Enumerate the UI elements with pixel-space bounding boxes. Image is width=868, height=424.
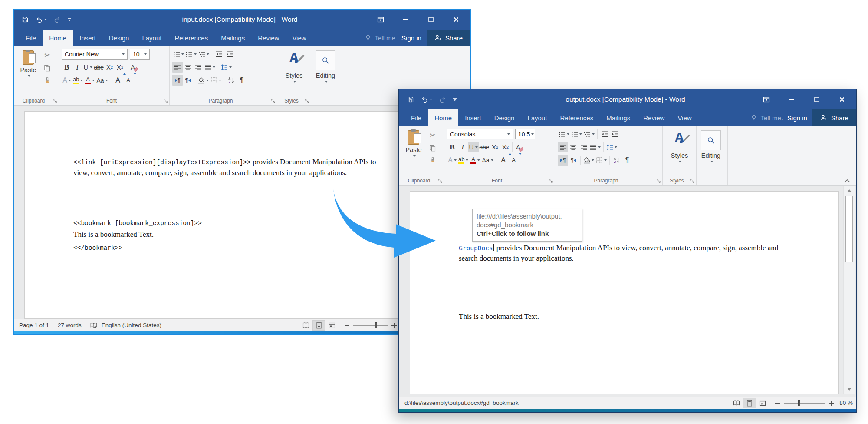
highlight-color-button[interactable]: ab	[72, 75, 84, 86]
highlight-color-button[interactable]: ab	[457, 155, 469, 166]
page-indicator[interactable]: Page 1 of 1	[19, 322, 49, 328]
language-indicator[interactable]: English (United States)	[102, 322, 161, 328]
underline-button[interactable]: U	[82, 62, 93, 73]
decrease-indent-button[interactable]	[599, 129, 610, 139]
align-center-button[interactable]	[568, 142, 579, 152]
read-mode-button[interactable]	[730, 398, 743, 408]
sign-in-button[interactable]: Sign in	[400, 30, 427, 46]
grow-font-button[interactable]: A	[498, 155, 509, 166]
word-count[interactable]: 27 words	[58, 322, 82, 328]
clear-formatting-button[interactable]: A	[129, 62, 139, 73]
font-name-combo[interactable]: Consolas	[447, 129, 513, 139]
ltr-paragraph-button[interactable]: ¶	[558, 155, 568, 166]
italic-button[interactable]: I	[457, 142, 468, 152]
web-layout-button[interactable]	[756, 398, 769, 408]
clear-formatting-button[interactable]: A	[514, 142, 525, 152]
ribbon-display-options-icon[interactable]	[368, 12, 393, 27]
styles-button[interactable]: A Styles	[283, 48, 306, 96]
multilevel-list-button[interactable]	[583, 129, 595, 139]
align-right-button[interactable]	[193, 62, 204, 73]
share-button[interactable]: Share	[427, 30, 470, 46]
font-name-combo[interactable]: Courier New	[62, 49, 128, 60]
shrink-font-button[interactable]: A	[123, 75, 134, 86]
change-case-button[interactable]: Aa	[95, 75, 108, 86]
borders-button[interactable]	[595, 155, 608, 166]
change-case-button[interactable]: Aa	[481, 155, 494, 166]
borders-button[interactable]	[210, 75, 222, 86]
decrease-indent-button[interactable]	[214, 49, 224, 60]
undo-icon[interactable]	[421, 96, 432, 103]
read-mode-button[interactable]	[299, 320, 312, 331]
paragraph-dialog-launcher-icon[interactable]	[271, 99, 276, 103]
show-formatting-marks-button[interactable]: ¶	[622, 155, 632, 166]
bullets-button[interactable]	[172, 49, 185, 60]
align-center-button[interactable]	[183, 62, 193, 73]
shading-button[interactable]	[197, 75, 210, 86]
font-color-button[interactable]: A	[469, 155, 481, 166]
tab-insert[interactable]: Insert	[458, 109, 488, 126]
proofing-icon[interactable]	[90, 322, 97, 329]
collapse-ribbon-icon[interactable]	[844, 179, 850, 182]
minimize-button[interactable]	[779, 92, 804, 107]
rtl-paragraph-button[interactable]: ¶	[568, 155, 579, 166]
increase-indent-button[interactable]	[224, 49, 235, 60]
font-size-combo[interactable]: 10.5	[515, 129, 535, 139]
show-formatting-marks-button[interactable]: ¶	[237, 75, 247, 86]
styles-dialog-launcher-icon[interactable]	[690, 179, 695, 183]
tab-layout[interactable]: Layout	[135, 30, 168, 46]
align-right-button[interactable]	[579, 142, 589, 152]
close-button[interactable]	[444, 12, 469, 27]
numbering-button[interactable]	[185, 49, 197, 60]
print-layout-button[interactable]	[312, 320, 326, 331]
text-effects-button[interactable]: A	[62, 75, 72, 86]
tab-review[interactable]: Review	[637, 109, 671, 126]
rtl-paragraph-button[interactable]: ¶	[183, 75, 193, 86]
underline-button[interactable]: U	[468, 142, 479, 152]
save-icon[interactable]	[22, 16, 29, 23]
tab-view[interactable]: View	[286, 30, 312, 46]
tell-me-button[interactable]: Tell me.	[358, 30, 400, 46]
bullets-button[interactable]	[558, 129, 570, 139]
tab-view[interactable]: View	[671, 109, 698, 126]
line-spacing-button[interactable]	[220, 62, 233, 73]
paragraph-dialog-launcher-icon[interactable]	[656, 179, 661, 183]
tab-review[interactable]: Review	[251, 30, 286, 46]
strikethrough-button[interactable]: abe	[479, 142, 490, 152]
tab-layout[interactable]: Layout	[521, 109, 553, 126]
shrink-font-button[interactable]: A	[509, 155, 519, 166]
save-icon[interactable]	[407, 96, 414, 103]
multilevel-list-button[interactable]	[197, 49, 210, 60]
ltr-paragraph-button[interactable]: ¶	[172, 75, 183, 86]
align-left-button[interactable]	[558, 142, 568, 152]
format-painter-icon[interactable]	[427, 155, 438, 166]
maximize-button[interactable]	[804, 92, 829, 107]
editing-button[interactable]: Editing	[314, 48, 337, 96]
bold-button[interactable]: B	[447, 142, 457, 152]
ribbon-display-options-icon[interactable]	[754, 92, 779, 107]
web-layout-button[interactable]	[326, 320, 339, 331]
customize-quick-access-icon[interactable]	[68, 18, 71, 21]
scroll-up-icon[interactable]	[844, 186, 855, 195]
zoom-out-button[interactable]	[775, 403, 780, 404]
editing-button[interactable]: Editing	[699, 128, 723, 176]
copy-icon[interactable]	[42, 63, 53, 73]
tab-insert[interactable]: Insert	[73, 30, 102, 46]
copy-icon[interactable]	[427, 142, 438, 153]
tab-home[interactable]: Home	[43, 30, 73, 46]
tab-file[interactable]: File	[404, 109, 428, 126]
italic-button[interactable]: I	[72, 62, 82, 73]
shading-button[interactable]	[582, 155, 595, 166]
close-button[interactable]	[829, 92, 855, 107]
document-page[interactable]: file:///d:\files\assembly\output. docx#g…	[410, 191, 839, 394]
tab-design[interactable]: Design	[488, 109, 521, 126]
font-dialog-launcher-icon[interactable]	[163, 99, 168, 103]
minimize-button[interactable]	[393, 12, 418, 27]
font-color-button[interactable]: A	[84, 75, 95, 86]
zoom-percentage[interactable]: 80 %	[839, 400, 853, 406]
line-spacing-button[interactable]	[605, 142, 618, 152]
groupdocs-hyperlink[interactable]: GroupDocs	[459, 245, 493, 252]
justify-button[interactable]	[204, 62, 216, 73]
tab-home[interactable]: Home	[428, 109, 458, 126]
zoom-in-button[interactable]	[391, 323, 397, 328]
subscript-button[interactable]: X2	[104, 62, 115, 73]
